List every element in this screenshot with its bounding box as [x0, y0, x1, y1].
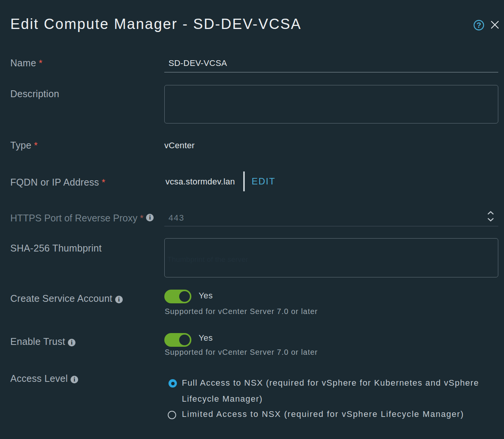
svg-text:?: ?	[477, 21, 481, 29]
